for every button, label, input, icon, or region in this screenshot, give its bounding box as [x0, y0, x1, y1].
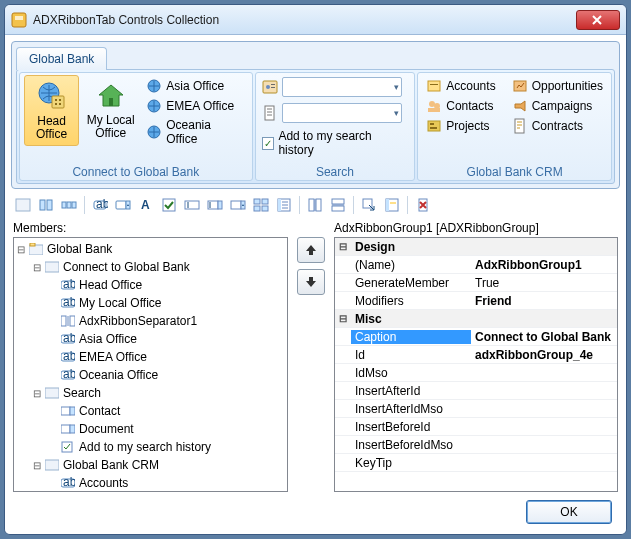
accounts-button[interactable]: Accounts [422, 77, 499, 95]
tree-row[interactable]: abOceania Office [14, 366, 287, 384]
combobox-icon [60, 404, 76, 418]
content-area: Global Bank Head Office [5, 35, 626, 534]
members-tree[interactable]: ⊟Global Bank ⊟Connect to Global Bank abH… [13, 237, 288, 492]
tool-separator-icon[interactable] [305, 195, 325, 215]
svg-rect-28 [40, 200, 45, 210]
move-down-button[interactable] [297, 269, 325, 295]
tool-gallery-icon[interactable] [251, 195, 271, 215]
members-label: Members: [13, 219, 288, 237]
tool-split-icon[interactable] [113, 195, 133, 215]
document-icon [262, 105, 278, 121]
prop-row[interactable]: IdMso [335, 364, 617, 382]
button-icon: ab [60, 296, 76, 310]
tree-row[interactable]: ⊟Global Bank CRM [14, 456, 287, 474]
tool-dialoglauncher-icon[interactable] [359, 195, 379, 215]
tool-menu-icon[interactable] [274, 195, 294, 215]
tool-item-icon[interactable] [382, 195, 402, 215]
prop-row[interactable]: ModifiersFriend [335, 292, 617, 310]
asia-office-button[interactable]: Asia Office [142, 77, 247, 95]
tree-row[interactable]: abAsia Office [14, 330, 287, 348]
local-office-button[interactable]: My Local Office [83, 75, 138, 144]
svg-rect-82 [45, 388, 59, 398]
prop-row-selected[interactable]: CaptionConnect to Global Bank [335, 328, 617, 346]
contracts-button[interactable]: Contracts [508, 117, 607, 135]
prop-row[interactable]: KeyTip [335, 454, 617, 472]
tree-row[interactable]: ⊟Global Bank [14, 240, 287, 258]
tool-button-icon[interactable]: ab [90, 195, 110, 215]
group-label-search: Search [260, 163, 411, 180]
oceania-office-button[interactable]: Oceania Office [142, 117, 247, 147]
tool-menuseparator-icon[interactable] [328, 195, 348, 215]
svg-rect-16 [265, 106, 274, 120]
property-grid[interactable]: ⊟Design (Name)AdxRibbonGroup1 GenerateMe… [334, 237, 618, 492]
campaigns-button[interactable]: Campaigns [508, 97, 607, 115]
window-title: ADXRibbonTab Controls Collection [33, 13, 576, 27]
svg-rect-38 [163, 199, 175, 211]
head-office-button[interactable]: Head Office [24, 75, 79, 146]
opportunities-button[interactable]: Opportunities [508, 77, 607, 95]
prop-row[interactable]: (Name)AdxRibbonGroup1 [335, 256, 617, 274]
close-button[interactable] [576, 10, 620, 30]
history-checkbox[interactable]: ✓ [262, 137, 275, 150]
svg-rect-60 [332, 206, 344, 211]
tool-box-icon[interactable] [36, 195, 56, 215]
svg-rect-30 [62, 202, 66, 208]
tree-row[interactable]: ⊟Search [14, 384, 287, 402]
svg-point-13 [266, 85, 270, 89]
house-icon [95, 79, 127, 111]
designer-toolbar: ab A [11, 189, 620, 219]
tree-row[interactable]: Contact [14, 402, 287, 420]
tool-combobox-icon[interactable] [205, 195, 225, 215]
prop-category[interactable]: ⊟Misc [335, 310, 617, 328]
contact-combo[interactable]: ▾ [282, 77, 402, 97]
move-up-button[interactable] [297, 237, 325, 263]
tree-row[interactable]: Add to my search history [14, 438, 287, 456]
tool-group-icon[interactable] [13, 195, 33, 215]
svg-rect-64 [390, 202, 396, 204]
dialog-window: ADXRibbonTab Controls Collection Global … [4, 4, 627, 535]
emea-office-button[interactable]: EMEA Office [142, 97, 247, 115]
contracts-icon [512, 118, 528, 134]
tree-row[interactable]: abMy Local Office [14, 294, 287, 312]
tree-row[interactable]: abEMEA Office [14, 348, 287, 366]
titlebar[interactable]: ADXRibbonTab Controls Collection [5, 5, 626, 35]
prop-row[interactable]: IdadxRibbonGroup_4e [335, 346, 617, 364]
group-icon [44, 386, 60, 400]
tree-row[interactable]: abAccounts [14, 474, 287, 492]
ok-button[interactable]: OK [526, 500, 612, 524]
tool-buttongroup-icon[interactable] [59, 195, 79, 215]
tool-editbox-icon[interactable] [182, 195, 202, 215]
document-combo[interactable]: ▾ [282, 103, 402, 123]
history-label: Add to my search history [278, 129, 408, 157]
prop-row[interactable]: InsertBeforeId [335, 418, 617, 436]
button-icon: ab [60, 332, 76, 346]
tree-row[interactable]: AdxRibbonSeparator1 [14, 312, 287, 330]
checkbox-icon [60, 440, 76, 454]
button-icon: ab [60, 278, 76, 292]
tree-row[interactable]: abHead Office [14, 276, 287, 294]
globe-icon [146, 78, 162, 94]
prop-row[interactable]: InsertAfterId [335, 382, 617, 400]
prop-row[interactable]: InsertBeforeIdMso [335, 436, 617, 454]
button-icon: ab [60, 350, 76, 364]
svg-text:ab: ab [63, 351, 75, 363]
prop-row[interactable]: InsertAfterIdMso [335, 400, 617, 418]
tool-delete-icon[interactable] [413, 195, 433, 215]
globe-office-icon [36, 80, 68, 112]
tree-row[interactable]: Document [14, 420, 287, 438]
tree-row[interactable]: ⊟Connect to Global Bank [14, 258, 287, 276]
prop-category[interactable]: ⊟Design [335, 238, 617, 256]
tool-dropdown-icon[interactable] [228, 195, 248, 215]
ribbon-tab[interactable]: Global Bank [16, 47, 107, 70]
projects-button[interactable]: Projects [422, 117, 499, 135]
tool-checkbox-icon[interactable] [159, 195, 179, 215]
svg-rect-55 [309, 199, 314, 211]
svg-rect-23 [428, 121, 440, 131]
button-icon: ab [60, 476, 76, 490]
ribbon-group-crm: Accounts Opportunities Contacts Campaign… [417, 72, 612, 181]
prop-row[interactable]: GenerateMemberTrue [335, 274, 617, 292]
svg-text:A: A [141, 198, 150, 212]
svg-text:ab: ab [63, 477, 75, 489]
contacts-button[interactable]: Contacts [422, 97, 499, 115]
tool-label-icon[interactable]: A [136, 195, 156, 215]
